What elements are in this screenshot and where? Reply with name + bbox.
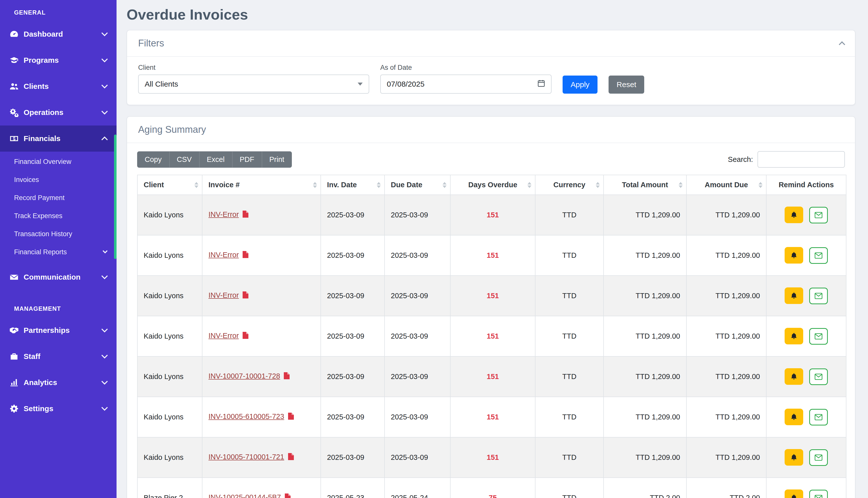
pdf-file-icon[interactable] [287,412,294,422]
sidebar-item-clients[interactable]: Clients [0,73,117,100]
invoice-link[interactable]: INV-Error [208,210,239,218]
search-input[interactable] [757,151,845,168]
sidebar-item-settings[interactable]: Settings [0,396,117,422]
pdf-file-icon[interactable] [287,453,294,462]
inv-date-cell: 2025-03-09 [321,195,385,235]
invoice-cell: INV-Error [202,276,321,316]
col-header-remind-actions: Remind Actions [766,175,846,195]
due-date-cell: 2025-03-09 [385,397,450,437]
sort-icon[interactable] [596,182,600,188]
remind-bell-button[interactable] [785,489,803,498]
submenu-item-invoices[interactable]: Invoices [0,171,117,189]
col-header-amount-due[interactable]: Amount Due [686,175,766,195]
client-cell: Kaido Lyons [138,316,202,356]
collapse-chevron-icon[interactable] [839,41,845,48]
sidebar-item-financials[interactable]: Financials [0,126,117,152]
pdf-file-icon[interactable] [242,291,249,300]
as-of-date-input[interactable]: 07/08/2025 [380,75,552,94]
remind-email-button[interactable] [809,368,828,385]
total-amount-cell: TTD 1,209.00 [604,195,686,235]
aging-summary-card: Aging Summary Copy CSV Excel PDF Print S… [127,116,855,498]
remind-email-button[interactable] [809,288,828,304]
excel-button[interactable]: Excel [199,152,232,168]
sort-icon[interactable] [528,182,531,188]
invoice-link[interactable]: INV-Error [208,251,239,259]
sidebar-scrollbar-thumb[interactable] [114,134,117,259]
pdf-file-icon[interactable] [284,493,291,498]
remind-bell-button[interactable] [785,409,803,425]
invoice-link[interactable]: INV-10005-710001-721 [208,453,284,461]
remind-bell-button[interactable] [785,287,803,304]
col-header-total-amount[interactable]: Total Amount [604,175,686,195]
actions-cell [766,356,846,397]
submenu-item-financial-reports[interactable]: Financial Reports [0,243,117,261]
csv-button[interactable]: CSV [169,152,199,168]
reset-button[interactable]: Reset [609,76,644,94]
client-select-value: All Clients [145,80,178,88]
remind-bell-button[interactable] [785,247,803,264]
print-button[interactable]: Print [262,152,292,168]
actions-cell [766,276,846,316]
col-header-days-overdue[interactable]: Days Overdue [450,175,535,195]
sidebar-item-staff[interactable]: Staff [0,343,117,369]
col-header-currency[interactable]: Currency [535,175,604,195]
remind-bell-button[interactable] [785,207,803,223]
invoice-link[interactable]: INV-10007-10001-728 [208,372,280,380]
sort-icon[interactable] [759,182,763,188]
apply-button[interactable]: Apply [562,76,597,94]
nav-label: Partnerships [24,326,69,335]
col-header-invoice[interactable]: Invoice # [202,175,321,195]
amount-due-cell: TTD 1,209.00 [686,316,766,356]
remind-bell-button[interactable] [785,368,803,385]
filters-header[interactable]: Filters [127,30,855,57]
bar-chart-icon [9,378,19,387]
days-overdue-cell: 151 [450,235,535,276]
remind-email-button[interactable] [809,490,828,498]
remind-bell-button[interactable] [785,328,803,344]
inv-date-cell: 2025-03-09 [321,316,385,356]
invoice-link[interactable]: INV-Error [208,331,239,340]
sort-icon[interactable] [377,182,381,188]
pdf-file-icon[interactable] [242,210,249,220]
pdf-file-icon[interactable] [242,251,249,260]
remind-email-button[interactable] [809,449,828,466]
pdf-file-icon[interactable] [283,372,290,381]
invoice-cell: INV-10007-10001-728 [202,356,321,397]
sort-icon[interactable] [442,182,446,188]
remind-email-button[interactable] [809,247,828,264]
col-header-due-date[interactable]: Due Date [385,175,450,195]
sidebar-item-analytics[interactable]: Analytics [0,369,117,396]
copy-button[interactable]: Copy [137,152,169,168]
as-of-date-field: As of Date 07/08/2025 [380,64,552,94]
col-header-client[interactable]: Client [138,175,202,195]
sort-icon[interactable] [678,182,683,188]
submenu-item-financial-overview[interactable]: Financial Overview [0,153,117,171]
sidebar-item-dashboard[interactable]: Dashboard [0,21,117,47]
table-header-row: Client Invoice # Inv. Date Due Date Days… [138,175,846,195]
remind-bell-button[interactable] [785,449,803,466]
invoice-link[interactable]: INV-Error [208,291,239,299]
client-select[interactable]: All Clients [138,75,369,94]
remind-email-button[interactable] [809,207,828,223]
remind-email-button[interactable] [809,409,828,425]
pdf-file-icon[interactable] [242,331,249,341]
submenu-item-transaction-history[interactable]: Transaction History [0,225,117,243]
total-amount-cell: TTD 1,209.00 [604,235,686,276]
inv-date-cell: 2025-03-09 [321,276,385,316]
sort-icon[interactable] [313,182,317,188]
sidebar-item-operations[interactable]: Operations [0,100,117,126]
currency-cell: TTD [535,478,604,498]
submenu-item-track-expenses[interactable]: Track Expenses [0,207,117,225]
invoice-link[interactable]: INV-10005-610005-723 [208,412,284,420]
invoice-link[interactable]: INV-10025-00144-5B7 [208,493,281,498]
sidebar-item-partnerships[interactable]: Partnerships [0,317,117,343]
sidebar-item-communication[interactable]: Communication [0,264,117,290]
submenu-item-record-payment[interactable]: Record Payment [0,189,117,207]
sidebar-item-programs[interactable]: Programs [0,47,117,73]
currency-cell: TTD [535,195,604,235]
pdf-button[interactable]: PDF [232,152,262,168]
sort-icon[interactable] [194,182,198,188]
remind-email-button[interactable] [809,328,828,345]
col-header-inv-date[interactable]: Inv. Date [321,175,385,195]
calendar-icon[interactable] [537,80,545,89]
